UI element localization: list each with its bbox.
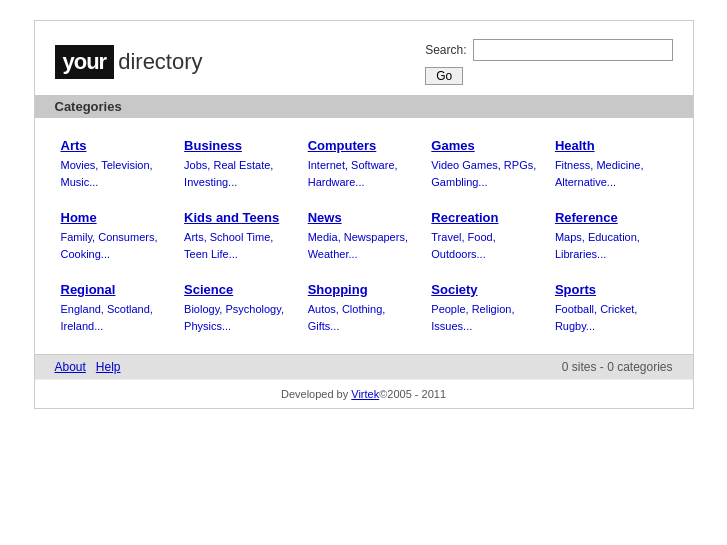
category-title-business[interactable]: Business <box>184 138 296 153</box>
category-links-science: Biology, Psychology, Physics... <box>184 301 296 334</box>
category-item-health: HealthFitness, Medicine, Alternative... <box>549 128 673 200</box>
category-title-recreation[interactable]: Recreation <box>431 210 543 225</box>
footer-stats: 0 sites - 0 categories <box>562 360 673 374</box>
category-title-news[interactable]: News <box>308 210 420 225</box>
search-input[interactable] <box>473 39 673 61</box>
category-links-sports: Football, Cricket, Rugby... <box>555 301 667 334</box>
category-item-recreation: RecreationTravel, Food, Outdoors... <box>425 200 549 272</box>
categories-grid: ArtsMovies, Television, Music...Business… <box>35 118 693 354</box>
search-area: Search: Go <box>425 39 672 85</box>
category-title-sports[interactable]: Sports <box>555 282 667 297</box>
category-links-computers: Internet, Software, Hardware... <box>308 157 420 190</box>
categories-label: Categories <box>55 99 122 114</box>
category-item-regional: RegionalEngland, Scotland, Ireland... <box>55 272 179 344</box>
categories-bar: Categories <box>35 95 693 118</box>
category-item-arts: ArtsMovies, Television, Music... <box>55 128 179 200</box>
footer-dev-link[interactable]: Virtek <box>351 388 379 400</box>
category-item-sports: SportsFootball, Cricket, Rugby... <box>549 272 673 344</box>
category-title-home[interactable]: Home <box>61 210 173 225</box>
category-title-kids-teens[interactable]: Kids and Teens <box>184 210 296 225</box>
footer-about-link[interactable]: About <box>55 360 86 374</box>
logo-directory: directory <box>118 49 202 75</box>
category-links-news: Media, Newspapers, Weather... <box>308 229 420 262</box>
footer-bar: About Help 0 sites - 0 categories <box>35 354 693 379</box>
category-item-news: NewsMedia, Newspapers, Weather... <box>302 200 426 272</box>
category-title-arts[interactable]: Arts <box>61 138 173 153</box>
category-links-kids-teens: Arts, School Time, Teen Life... <box>184 229 296 262</box>
category-item-computers: ComputersInternet, Software, Hardware... <box>302 128 426 200</box>
category-title-science[interactable]: Science <box>184 282 296 297</box>
category-links-reference: Maps, Education, Libraries... <box>555 229 667 262</box>
category-links-regional: England, Scotland, Ireland... <box>61 301 173 334</box>
logo-your: your <box>55 45 115 79</box>
category-item-science: ScienceBiology, Psychology, Physics... <box>178 272 302 344</box>
footer-dev-year: ©2005 - 2011 <box>379 388 446 400</box>
search-row: Search: <box>425 39 672 61</box>
category-item-reference: ReferenceMaps, Education, Libraries... <box>549 200 673 272</box>
category-title-shopping[interactable]: Shopping <box>308 282 420 297</box>
logo: your directory <box>55 45 203 79</box>
category-item-society: SocietyPeople, Religion, Issues... <box>425 272 549 344</box>
category-item-business: BusinessJobs, Real Estate, Investing... <box>178 128 302 200</box>
category-links-business: Jobs, Real Estate, Investing... <box>184 157 296 190</box>
category-title-computers[interactable]: Computers <box>308 138 420 153</box>
category-title-health[interactable]: Health <box>555 138 667 153</box>
search-go-button[interactable]: Go <box>425 67 463 85</box>
category-title-regional[interactable]: Regional <box>61 282 173 297</box>
category-links-recreation: Travel, Food, Outdoors... <box>431 229 543 262</box>
category-links-health: Fitness, Medicine, Alternative... <box>555 157 667 190</box>
category-item-kids-teens: Kids and TeensArts, School Time, Teen Li… <box>178 200 302 272</box>
category-links-shopping: Autos, Clothing, Gifts... <box>308 301 420 334</box>
category-links-home: Family, Consumers, Cooking... <box>61 229 173 262</box>
category-links-games: Video Games, RPGs, Gambling... <box>431 157 543 190</box>
category-links-arts: Movies, Television, Music... <box>61 157 173 190</box>
footer-dev-text: Developed by <box>281 388 351 400</box>
category-title-society[interactable]: Society <box>431 282 543 297</box>
category-title-games[interactable]: Games <box>431 138 543 153</box>
category-links-society: People, Religion, Issues... <box>431 301 543 334</box>
main-container: your directory Search: Go Categories Art… <box>34 20 694 409</box>
search-label: Search: <box>425 43 466 57</box>
footer-dev: Developed by Virtek©2005 - 2011 <box>35 379 693 408</box>
footer-help-link[interactable]: Help <box>96 360 121 374</box>
category-title-reference[interactable]: Reference <box>555 210 667 225</box>
category-item-games: GamesVideo Games, RPGs, Gambling... <box>425 128 549 200</box>
category-item-shopping: ShoppingAutos, Clothing, Gifts... <box>302 272 426 344</box>
header: your directory Search: Go <box>35 21 693 95</box>
footer-links: About Help <box>55 360 121 374</box>
category-item-home: HomeFamily, Consumers, Cooking... <box>55 200 179 272</box>
